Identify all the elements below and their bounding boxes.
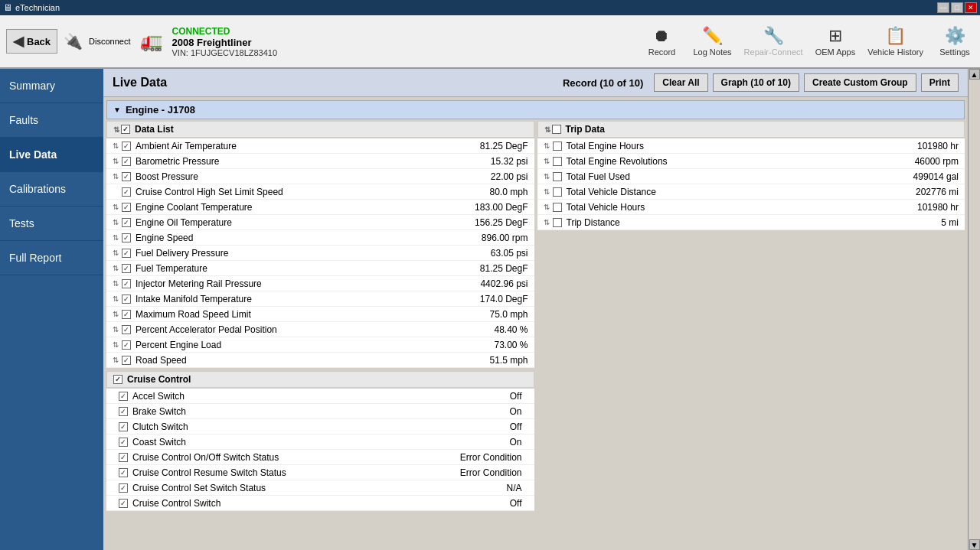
sort-icon: ⇅ (113, 340, 119, 349)
row-label: Brake Switch (132, 406, 461, 417)
sort-icon: ⇅ (113, 142, 119, 150)
row-checkbox[interactable] (119, 392, 128, 401)
row-checkbox[interactable] (119, 468, 128, 477)
table-row[interactable]: ⇅ Trip Distance 5 mi (537, 215, 965, 230)
log-notes-label: Log Notes (693, 47, 731, 57)
table-row[interactable]: ⇅ Ambient Air Temperature 81.25 DegF (106, 138, 534, 154)
vehicle-info: 🔌 Disconnect 🚛 CONNECTED 2008 Freightlin… (64, 26, 277, 57)
table-row[interactable]: ⇅ Total Vehicle Distance 202776 mi (537, 184, 965, 200)
table-row[interactable]: ⇅ Percent Engine Load 73.00 % (106, 337, 534, 353)
sidebar-item-full-report[interactable]: Full Report (0, 241, 103, 275)
table-row[interactable]: Cruise Control Set Switch Status N/A (106, 480, 534, 496)
settings-button[interactable]: ⚙️ Settings (936, 26, 974, 57)
row-checkbox[interactable] (122, 157, 131, 166)
collapse-engine-icon[interactable]: ▼ (113, 106, 121, 114)
print-button[interactable]: Print (921, 73, 959, 92)
vehicle-history-button[interactable]: 📋 Vehicle History (867, 26, 923, 57)
back-button[interactable]: ◀ Back (6, 29, 57, 54)
row-value: 156.25 DegF (452, 217, 528, 228)
row-checkbox[interactable] (553, 172, 562, 181)
row-checkbox[interactable] (122, 172, 131, 181)
table-row[interactable]: ⇅ Engine Coolant Temperature 183.00 DegF (106, 200, 534, 215)
sidebar-tests-label: Tests (9, 217, 34, 229)
close-button[interactable]: ✕ (965, 2, 977, 13)
row-checkbox[interactable] (122, 325, 131, 334)
custom-group-button[interactable]: Create Custom Group (804, 73, 916, 92)
scroll-up-button[interactable]: ▲ (969, 69, 980, 80)
table-row[interactable]: ⇅ Road Speed 51.5 mph (106, 353, 534, 368)
clear-all-button[interactable]: Clear All (654, 73, 707, 92)
data-section[interactable]: ▼ Engine - J1708 ⇅ Data List (103, 97, 968, 550)
table-row[interactable]: ⇅ Percent Accelerator Pedal Position 48.… (106, 322, 534, 337)
cruise-control-checkbox[interactable] (113, 375, 122, 384)
maximize-button[interactable]: □ (951, 2, 963, 13)
trip-data-checkbox[interactable] (552, 125, 561, 134)
sidebar-item-calibrations[interactable]: Calibrations (0, 172, 103, 207)
oem-apps-button[interactable]: ⊞ OEM Apps (815, 26, 856, 57)
table-row[interactable]: ⇅ Maximum Road Speed Limit 75.0 mph (106, 307, 534, 322)
row-checkbox[interactable] (119, 499, 128, 508)
row-checkbox[interactable] (122, 218, 131, 227)
sidebar-item-summary[interactable]: Summary (0, 69, 103, 103)
table-row[interactable]: Clutch Switch Off (106, 419, 534, 434)
row-checkbox[interactable] (119, 438, 128, 447)
row-checkbox[interactable] (122, 142, 131, 151)
table-row[interactable]: ⇅ Total Fuel Used 499014 gal (537, 169, 965, 184)
minimize-button[interactable]: — (937, 2, 949, 13)
table-row[interactable]: ⇅ Barometric Pressure 15.32 psi (106, 154, 534, 169)
row-checkbox[interactable] (553, 142, 562, 151)
row-checkbox[interactable] (553, 157, 562, 166)
row-checkbox[interactable] (119, 422, 128, 431)
table-row[interactable]: ⇅ Fuel Temperature 81.25 DegF (106, 261, 534, 276)
table-row[interactable]: Accel Switch Off (106, 389, 534, 404)
row-checkbox[interactable] (119, 453, 128, 462)
sort-trip-icon: ⇅ (544, 125, 550, 134)
table-row[interactable]: ⇅ Total Engine Revolutions 46000 rpm (537, 154, 965, 169)
row-value: 174.0 DegF (452, 294, 528, 304)
graph-button[interactable]: Graph (10 of 10) (713, 73, 799, 92)
table-row[interactable]: ⇅ Engine Speed 896.00 rpm (106, 230, 534, 246)
sidebar-faults-label: Faults (9, 114, 38, 126)
row-checkbox[interactable] (122, 233, 131, 242)
record-button[interactable]: ⏺ Record (642, 26, 681, 57)
table-row[interactable]: ⇅ Fuel Delivery Pressure 63.05 psi (106, 246, 534, 261)
row-checkbox[interactable] (119, 407, 128, 416)
row-checkbox[interactable] (553, 187, 562, 197)
table-row[interactable]: ⇅ Boost Pressure 22.00 psi (106, 169, 534, 184)
row-checkbox[interactable] (122, 203, 131, 212)
table-row[interactable]: ⇅ Total Vehicle Hours 101980 hr (537, 200, 965, 215)
row-checkbox[interactable] (122, 340, 131, 350)
row-checkbox[interactable] (553, 203, 562, 212)
row-checkbox[interactable] (553, 218, 562, 227)
row-checkbox[interactable] (122, 295, 131, 304)
row-checkbox[interactable] (122, 279, 131, 288)
sidebar-item-faults[interactable]: Faults (0, 103, 103, 138)
sidebar-item-tests[interactable]: Tests (0, 207, 103, 241)
sidebar-item-live-data[interactable]: Live Data (0, 138, 103, 172)
table-row[interactable]: Cruise Control High Set Limit Speed 80.0… (106, 184, 534, 200)
table-row[interactable]: ⇅ Intake Manifold Temperature 174.0 DegF (106, 291, 534, 307)
row-checkbox[interactable] (122, 356, 131, 365)
row-checkbox[interactable] (119, 483, 128, 493)
table-row[interactable]: Cruise Control On/Off Switch Status Erro… (106, 450, 534, 465)
disconnect-button[interactable]: Disconnect (89, 37, 130, 46)
row-checkbox[interactable] (122, 187, 131, 197)
table-row[interactable]: ⇅ Total Engine Hours 101980 hr (537, 138, 965, 154)
vehicle-name: 2008 Freightliner (172, 37, 278, 48)
row-value: 183.00 DegF (452, 202, 528, 213)
row-checkbox[interactable] (122, 264, 131, 273)
table-row[interactable]: ⇅ Injector Metering Rail Pressure 4402.9… (106, 276, 534, 291)
record-info: Record (10 of 10) (563, 77, 643, 89)
right-scrollbar[interactable]: ▲ ▼ (968, 69, 980, 550)
row-checkbox[interactable] (122, 249, 131, 258)
table-row[interactable]: Cruise Control Resume Switch Status Erro… (106, 465, 534, 480)
table-row[interactable]: ⇅ Engine Oil Temperature 156.25 DegF (106, 215, 534, 230)
repair-connect-button[interactable]: 🔧 Repair-Connect (744, 26, 803, 57)
row-checkbox[interactable] (122, 310, 131, 319)
table-row[interactable]: Cruise Control Switch Off (106, 496, 534, 511)
log-notes-button[interactable]: ✏️ Log Notes (693, 26, 731, 57)
scroll-down-button[interactable]: ▼ (969, 539, 980, 550)
table-row[interactable]: Brake Switch On (106, 404, 534, 419)
data-list-checkbox[interactable] (121, 125, 130, 134)
table-row[interactable]: Coast Switch On (106, 434, 534, 450)
